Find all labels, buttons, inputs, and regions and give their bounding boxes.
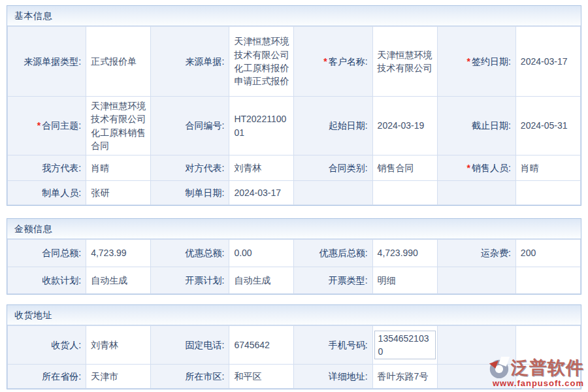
field-label: 收货人: [51,340,81,350]
field-value: 6745642 [234,340,270,350]
field-label: 销售人员: [472,163,511,173]
field-label-cell: 收款计划: [8,267,86,294]
table-row: 制单人员: 张研 制单日期: 2024-03-17 [8,181,581,205]
field-label-cell: 开票计划: [151,267,229,294]
field-label: 开票类型: [329,275,368,286]
field-label-cell [437,326,515,365]
field-value-cell: 4,723.99 [86,240,151,267]
field-label-cell: *客户名称: [294,27,372,97]
field-value-cell: 张研 [86,181,151,205]
field-label-cell: 对方代表: [151,155,229,181]
field-value: 香叶东路7号 [378,371,429,382]
field-value-cell: 2024-03-17 [515,27,580,97]
field-value-cell: 4,723.990 [372,240,437,267]
amount-info-panel: 金额信息 合同总额: 4,723.99 优惠总额: 0.00 优惠后总额: 4,… [7,218,581,295]
field-label: 合同主题: [42,120,81,131]
field-value-cell: HT2022110001 [229,97,294,155]
field-label: 详细地址: [329,371,368,382]
field-value-cell [515,267,580,294]
field-label: 收款计划: [42,275,81,286]
field-label: 开票计划: [185,275,224,286]
field-value-cell: 香叶东路7号 [372,365,437,389]
field-value: 自动生成 [234,275,270,286]
required-marker: * [323,56,327,67]
field-label: 制单日期: [185,188,224,198]
field-label-cell [437,267,515,294]
field-value-cell: 和平区 [229,365,294,389]
field-label-cell: *签约日期: [437,27,515,97]
mobile-number-input[interactable]: 13546521030 [374,331,436,359]
field-label-cell: 截止日期: [437,97,515,155]
field-label-cell: 合同总额: [8,240,86,267]
field-value-cell: 刘青林 [229,155,294,181]
field-label-cell: 起始日期: [294,97,372,155]
table-row: 我方代表: 肖晴 对方代表: 刘青林 合同类别: 销售合同 *销售人员: 肖晴 [8,155,581,181]
table-row: 收货人: 刘青林 固定电话: 6745642 手机号码: 13546521030 [8,326,581,365]
field-label: 合同总额: [42,248,81,258]
field-label: 截止日期: [472,120,511,131]
field-value: 销售合同 [378,163,414,173]
table-row: *合同主题: 天津恒慧环境技术有限公司化工原料销售合同 合同编号: HT2022… [8,97,581,155]
field-label: 优惠后总额: [319,248,368,258]
field-label: 合同类别: [329,163,368,173]
field-value-cell [515,326,580,365]
section-title-basic-info: 基本信息 [7,6,581,26]
field-label-cell [294,181,372,205]
field-value-cell: 正式报价单 [86,27,151,97]
field-value: 和平区 [234,371,261,382]
field-label: 所在市区: [185,371,224,382]
field-label: 运杂费: [481,248,511,258]
field-label-cell: 手机号码: [294,326,372,365]
required-marker: * [467,56,470,67]
field-value: 自动生成 [91,275,127,286]
field-label: 来源单据: [185,56,224,67]
field-label-cell: 优惠后总额: [294,240,372,267]
field-label-cell: 运杂费: [437,240,515,267]
field-label: 手机号码: [329,340,368,350]
field-value-cell: 天津恒慧环境技术有限公司化工原料报价申请正式报价 [229,27,294,97]
required-marker: * [37,120,41,131]
field-value: 天津恒慧环境技术有限公司化工原料销售合同 [91,101,146,151]
field-value-cell: 2024-05-31 [515,97,580,155]
field-value: 2024-05-31 [521,120,568,131]
field-label: 优惠总额: [185,248,224,258]
field-value-cell: 肖晴 [515,155,580,181]
field-value: 刘青林 [91,340,118,350]
field-label-cell: 优惠总额: [151,240,229,267]
table-row: 收款计划: 自动生成 开票计划: 自动生成 开票类型: 明细 [8,267,581,294]
field-value: 4,723.99 [91,248,127,258]
field-label: 客户名称: [329,56,368,67]
field-label-cell: 制单日期: [151,181,229,205]
table-row: 所在省份: 天津市 所在市区: 和平区 详细地址: 香叶东路7号 [8,365,581,389]
field-label-cell: 所在市区: [151,365,229,389]
field-label: 我方代表: [42,163,81,173]
field-value-cell: 天津恒慧环境技术有限公司化工原料销售合同 [86,97,151,155]
field-value-cell: 6745642 [229,326,294,365]
amount-info-table: 合同总额: 4,723.99 优惠总额: 0.00 优惠后总额: 4,723.9… [7,239,581,294]
field-label-cell: 来源单据: [151,27,229,97]
table-row: 合同总额: 4,723.99 优惠总额: 0.00 优惠后总额: 4,723.9… [8,240,581,267]
field-label-cell: 固定电话: [151,326,229,365]
field-value: 200 [521,248,536,258]
field-value: 4,723.990 [378,248,418,258]
field-value: 天津恒慧环境技术有限公司 [378,50,433,73]
delivery-address-table: 收货人: 刘青林 固定电话: 6745642 手机号码: 13546521030… [7,325,581,389]
field-label: 合同编号: [185,120,224,131]
field-value: 2024-03-19 [378,120,425,131]
field-label-cell [437,365,515,389]
field-value-cell [515,365,580,389]
field-value: 0.00 [234,248,252,258]
field-label: 来源单据类型: [24,56,81,67]
field-value-cell: 0.00 [229,240,294,267]
field-label: 起始日期: [329,120,368,131]
basic-info-panel: 基本信息 来源单据类型: 正式报价单 来源单据: 天津恒慧环境技术有限公司化工原… [7,5,581,206]
field-label-cell: 详细地址: [294,365,372,389]
field-value: 张研 [91,188,109,198]
field-label: 所在省份: [42,371,81,382]
field-label-cell: 来源单据类型: [8,27,86,97]
field-value: 刘青林 [234,163,261,173]
field-label-cell [437,181,515,205]
field-value: 2024-03-17 [521,56,568,67]
field-value-cell [372,181,437,205]
field-value: 天津市 [91,371,118,382]
